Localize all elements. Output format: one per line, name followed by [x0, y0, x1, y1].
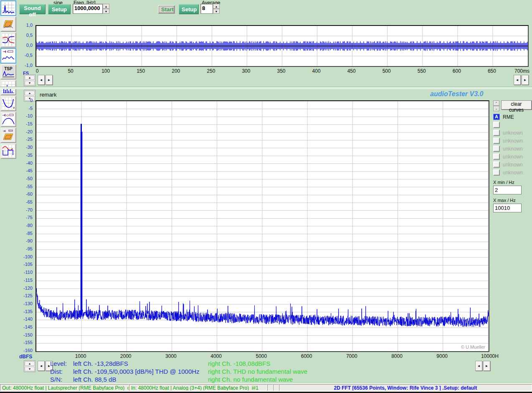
fft-y-down[interactable]: ▼: [25, 367, 35, 371]
scope-scroll-back2[interactable]: ◄: [514, 75, 521, 85]
impedance-curve-tool-icon[interactable]: w: [0, 96, 16, 111]
fft-x-tick: 1000: [75, 353, 86, 359]
fft-y-tick: -70: [18, 207, 33, 212]
fft-y-tick: -50: [18, 176, 33, 181]
scope-x-tick: 200: [172, 68, 180, 74]
curve-checkbox[interactable]: [493, 130, 500, 136]
square-wave-tool-icon[interactable]: [0, 143, 16, 159]
scope-x-tick: 350: [277, 68, 285, 74]
sn-label: S/N:: [50, 376, 62, 383]
speaker-response-tool-icon[interactable]: [0, 112, 16, 127]
status-input-device: In: 48000Hz float | Analog (3+4) (RME Ba…: [129, 384, 267, 391]
panel-splitter[interactable]: [0, 87, 532, 89]
curve-legend-item: unknown: [493, 153, 532, 161]
app-title: audioTester V3.0: [430, 90, 483, 98]
fft-scroll-back2[interactable]: ◄: [475, 361, 482, 371]
curve-checkbox-active[interactable]: A: [493, 114, 500, 120]
curve-legend-item: ARME: [493, 113, 532, 121]
average-step-down[interactable]: ▼: [213, 9, 220, 14]
fft-y-tick: -35: [18, 153, 33, 158]
curve-select-up[interactable]: ⌃: [493, 100, 499, 106]
frequency-step-down[interactable]: ▼: [103, 9, 109, 14]
fft-x-tick: 5000: [256, 353, 267, 359]
scope-scroll-fwd[interactable]: ►: [46, 75, 53, 85]
curve-label: RME: [503, 114, 514, 120]
fft-y-tick: -160: [18, 348, 33, 353]
scope-scroll-left-pair[interactable]: ◄►: [38, 75, 53, 85]
status-spacer-2: [273, 384, 279, 391]
fft-y-spinner[interactable]: ▲▼: [24, 360, 35, 372]
scope-scroll-back[interactable]: ◄: [38, 75, 45, 85]
fft-y-tick: -75: [18, 215, 33, 220]
start-button[interactable]: Start: [158, 5, 175, 14]
fft-x-tick: 10000H: [481, 353, 499, 359]
sound-off-button[interactable]: Sound off: [19, 4, 46, 14]
fft-x-tick: 7000: [346, 353, 357, 359]
analyzer-setup-button[interactable]: Setup: [179, 4, 199, 14]
scope-x-tick: 150: [137, 68, 145, 74]
scope-scroll-right-pair[interactable]: ◄►: [514, 75, 529, 85]
curve-checkbox[interactable]: [493, 122, 500, 128]
clear-curves-button[interactable]: clear curves: [501, 100, 532, 110]
fft-y-tick: -55: [18, 184, 33, 189]
fft-y-tick: -40: [18, 161, 33, 166]
scope-y-up[interactable]: ▲: [25, 75, 35, 80]
scope-x-tick: 550: [418, 68, 426, 74]
curve-legend-item: unknown: [493, 129, 532, 137]
fft-spectrum-tool-icon[interactable]: [0, 0, 16, 16]
scope-x-tick: 700ms: [514, 68, 529, 74]
fft-y-tick: 0: [18, 98, 33, 103]
fft-y-tick: -85: [18, 231, 33, 236]
average-step-up[interactable]: ▲: [213, 4, 220, 9]
fft-scroll-fwd2[interactable]: ►: [483, 361, 490, 371]
fft-scroll-right-pair[interactable]: ◄►: [475, 361, 491, 371]
curve-legend-item: unknown: [493, 145, 532, 153]
status-bar: Out: 48000Hz float | Lautsprecher (RME B…: [0, 383, 532, 392]
speaker-waterfall-tool-icon[interactable]: [0, 128, 16, 143]
scope-y-spinner[interactable]: ▲▼: [24, 74, 35, 86]
curve-checkbox[interactable]: [493, 153, 500, 160]
xmin-input[interactable]: [493, 186, 522, 194]
curve-checkbox[interactable]: [493, 161, 500, 168]
frequency-stepper[interactable]: ▲▼: [103, 4, 109, 14]
frequency-step-up[interactable]: ▲: [103, 4, 109, 9]
curve-select-spinner[interactable]: ⌃⌄: [493, 100, 499, 111]
scope-y-tick: 1,0: [19, 23, 33, 28]
fft-scroll-back[interactable]: ◄: [38, 361, 45, 371]
fft-y-tick: -125: [18, 293, 33, 298]
frequency-input[interactable]: 1000,0000: [73, 4, 103, 14]
remark-up[interactable]: ▲: [25, 91, 35, 95]
scope-scroll-fwd2[interactable]: ►: [522, 75, 529, 85]
scope-y-tick: 0,0: [19, 43, 33, 48]
fft-y-tick: -145: [18, 324, 33, 329]
dist-label: Dist:: [50, 368, 63, 375]
scope-x-tick: 600: [453, 68, 461, 74]
scope-x-tick: 300: [242, 68, 250, 74]
scope-y-down[interactable]: ▼: [25, 81, 35, 85]
scope-x-tick: 650: [488, 68, 496, 74]
curve-select-down[interactable]: ⌄: [493, 106, 499, 111]
generator-setup-button[interactable]: Setup: [48, 4, 71, 14]
speaker-measurement-tool-icon[interactable]: [0, 48, 16, 64]
tsp-tool-icon[interactable]: TSP: [0, 64, 16, 79]
scope-y-tick: 0,5: [19, 33, 33, 38]
curve-label: unknown: [503, 154, 523, 160]
average-input[interactable]: 8: [200, 4, 213, 14]
fft-y-tick: -115: [18, 278, 33, 283]
sn-right-value: right Ch. no fundamental wave: [208, 376, 293, 383]
curve-list: ARMEunknownunknownunknownunknownunknownu…: [493, 113, 532, 176]
average-stepper[interactable]: ▲▼: [213, 4, 220, 14]
curve-checkbox[interactable]: [493, 138, 500, 144]
fft-x-tick: 2000: [120, 353, 132, 359]
waterfall-3d-tool-icon[interactable]: [0, 16, 16, 32]
fft-y-tick: -120: [18, 286, 33, 291]
fft-y-up[interactable]: ▲: [25, 361, 35, 366]
curve-checkbox[interactable]: [493, 145, 500, 152]
xmax-input[interactable]: [493, 204, 522, 212]
status-output-device: Out: 48000Hz float | Lautsprecher (RME B…: [0, 384, 129, 391]
curve-label: unknown: [503, 170, 523, 176]
frequency-response-tool-icon[interactable]: [0, 32, 16, 48]
scope-x-tick: 400: [312, 68, 321, 74]
fft-y-tick: -95: [18, 246, 33, 251]
curve-checkbox[interactable]: [493, 169, 500, 176]
